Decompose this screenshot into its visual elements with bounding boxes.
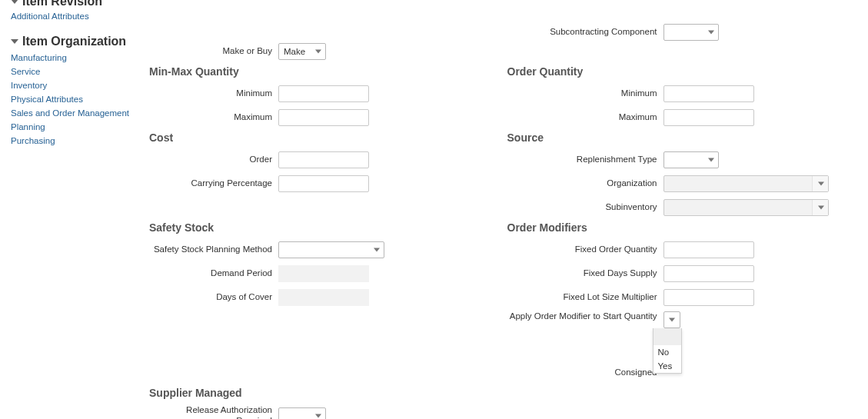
sidebar: Item Revision Additional Attributes Item… [0, 0, 138, 150]
make-or-buy-value: Make [284, 47, 305, 56]
consigned-label: Consigned [507, 367, 663, 378]
apply-modifier-dropdown: No Yes [653, 328, 682, 374]
sidebar-section-item-org: Item Organization [11, 35, 134, 48]
dropdown-option-no[interactable]: No [653, 345, 681, 359]
release-auth-select[interactable] [278, 407, 326, 419]
safety-demand-readonly [278, 265, 369, 282]
section-modifiers: Order Modifiers [507, 221, 850, 234]
section-orderqty: Order Quantity [507, 65, 850, 78]
subcontracting-select[interactable] [663, 24, 719, 41]
make-or-buy-label: Make or Buy [149, 46, 278, 57]
orderqty-max-label: Maximum [507, 112, 663, 123]
collapse-icon [11, 39, 18, 44]
fixed-lot-label: Fixed Lot Size Multiplier [507, 292, 663, 303]
chevron-down-icon [669, 318, 675, 322]
make-or-buy-select[interactable]: Make [278, 43, 326, 60]
replenish-type-select[interactable] [663, 151, 719, 168]
orderqty-max-input[interactable] [663, 109, 754, 126]
source-org-label: Organization [507, 178, 663, 189]
orderqty-min-input[interactable] [663, 85, 754, 102]
minmax-max-label: Maximum [149, 112, 278, 123]
sidebar-item-sales[interactable]: Sales and Order Management [11, 108, 134, 118]
apply-modifier-select[interactable] [663, 311, 680, 328]
minmax-max-input[interactable] [278, 109, 369, 126]
collapse-icon [11, 0, 18, 4]
source-subinv-label: Subinventory [507, 202, 663, 213]
section-supplier: Supplier Managed [149, 387, 492, 399]
safety-demand-label: Demand Period [149, 268, 278, 279]
cost-carrying-label: Carrying Percentage [149, 178, 278, 189]
source-org-combo[interactable] [663, 175, 829, 192]
safety-cover-readonly [278, 289, 369, 306]
safety-method-select[interactable] [278, 241, 384, 258]
cost-order-input[interactable] [278, 151, 369, 168]
chevron-down-icon [818, 205, 824, 209]
main-form: Make or Buy Make Subcontracting Componen… [138, 0, 868, 419]
sidebar-item-inventory[interactable]: Inventory [11, 81, 134, 90]
sidebar-item-purchasing[interactable]: Purchasing [11, 136, 134, 145]
safety-cover-label: Days of Cover [149, 292, 278, 303]
section-safety: Safety Stock [149, 221, 492, 234]
replenish-type-label: Replenishment Type [507, 155, 663, 165]
safety-method-label: Safety Stock Planning Method [149, 244, 278, 255]
minmax-min-label: Minimum [149, 88, 278, 99]
chevron-down-icon [315, 414, 321, 417]
sidebar-item-planning[interactable]: Planning [11, 122, 134, 131]
chevron-down-icon [708, 158, 714, 161]
dropdown-option-blank[interactable] [653, 328, 681, 345]
sidebar-item-physical[interactable]: Physical Attributes [11, 95, 134, 104]
chevron-down-icon [708, 30, 714, 34]
subcontracting-label: Subcontracting Component [507, 27, 663, 38]
fixed-days-input[interactable] [663, 265, 754, 282]
fixed-qty-label: Fixed Order Quantity [507, 244, 663, 255]
fixed-lot-input[interactable] [663, 289, 754, 306]
cost-order-label: Order [149, 155, 278, 165]
fixed-qty-input[interactable] [663, 241, 754, 258]
orderqty-min-label: Minimum [507, 88, 663, 99]
sidebar-item-manufacturing[interactable]: Manufacturing [11, 53, 134, 62]
sidebar-item-service[interactable]: Service [11, 67, 134, 76]
label: Item Organization [22, 35, 126, 48]
section-source: Source [507, 131, 850, 144]
section-cost: Cost [149, 131, 492, 144]
sidebar-item-additional-attributes[interactable]: Additional Attributes [11, 12, 134, 21]
section-minmax: Min-Max Quantity [149, 65, 492, 78]
sidebar-section-item-revision: Item Revision [11, 0, 134, 8]
chevron-down-icon [818, 181, 824, 185]
dropdown-option-yes[interactable]: Yes [653, 359, 681, 373]
label: Item Revision [22, 0, 102, 8]
release-auth-label: Release Authorization Required [149, 405, 278, 419]
source-subinv-combo[interactable] [663, 199, 829, 216]
cost-carrying-input[interactable] [278, 175, 369, 192]
fixed-days-label: Fixed Days Supply [507, 268, 663, 279]
chevron-down-icon [315, 49, 321, 53]
minmax-min-input[interactable] [278, 85, 369, 102]
chevron-down-icon [374, 248, 380, 251]
apply-modifier-label: Apply Order Modifier to Start Quantity [507, 311, 663, 321]
